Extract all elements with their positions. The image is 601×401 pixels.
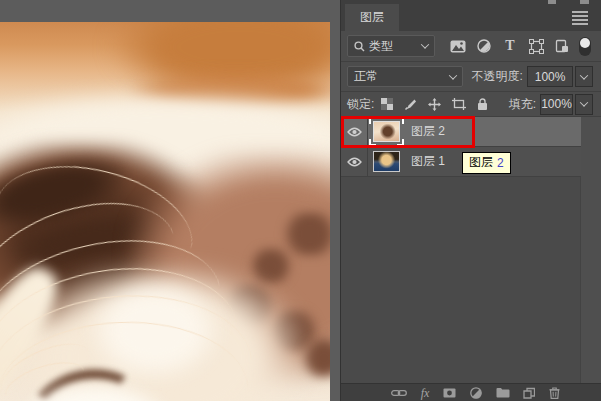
photo-shape [130, 74, 330, 108]
photo-fur-spot [248, 248, 294, 284]
lock-transparent-pixels-icon[interactable] [381, 98, 393, 110]
lock-position-move-icon[interactable] [428, 98, 441, 111]
lock-image-pixels-brush-icon[interactable] [404, 98, 417, 111]
panel-tab-bar: 图层 [341, 0, 601, 31]
layers-list: 图层 2 图层 1 图层 2 [341, 117, 601, 383]
fill-label: 填充: [509, 96, 536, 113]
type-layer-filter-icon[interactable]: T [501, 37, 519, 55]
photo-fur-spot [268, 310, 320, 352]
cropped-icon-fragment [580, 0, 589, 4]
layer-1-visibility-toggle[interactable] [341, 147, 368, 176]
blend-mode-row: 正常 不透明度: 100% [341, 62, 601, 92]
selection-corner [369, 117, 376, 124]
layer-row-1[interactable]: 图层 1 [341, 147, 581, 177]
lock-icon-group [381, 98, 488, 111]
layer-1-thumbnail[interactable] [373, 151, 400, 172]
delete-layer-trash-icon[interactable] [549, 387, 560, 399]
lock-label: 锁定: [347, 96, 374, 113]
smart-object-filter-icon[interactable] [553, 37, 571, 55]
eye-icon [347, 157, 362, 167]
tab-layers-label: 图层 [360, 9, 384, 26]
lock-all-padlock-icon[interactable] [477, 98, 488, 110]
document-canvas-cat-photo[interactable] [0, 22, 330, 401]
adjustment-layer-filter-icon[interactable] [475, 37, 493, 55]
adjustment-layer-icon[interactable] [470, 387, 482, 399]
layer-filter-row: 类型 T [341, 31, 601, 62]
opacity-value: 100% [535, 70, 566, 84]
tab-layers[interactable]: 图层 [345, 4, 399, 31]
pixel-layer-filter-icon[interactable] [449, 37, 467, 55]
shape-layer-filter-icon[interactable] [527, 37, 545, 55]
filter-toggle-switch[interactable] [579, 37, 591, 56]
layer-2-thumbnail[interactable] [373, 121, 400, 142]
lock-row: 锁定: [341, 92, 601, 117]
scrollbar-track[interactable] [580, 117, 601, 383]
layer-2-visibility-toggle[interactable] [341, 117, 368, 146]
fill-value: 100% [541, 97, 572, 111]
layer-style-fx-icon[interactable]: fx [421, 387, 430, 399]
filter-type-dropdown[interactable]: 类型 [347, 35, 435, 57]
workspace-background [0, 0, 340, 401]
chevron-down-icon [580, 71, 588, 79]
selection-corner [397, 117, 404, 124]
cropped-icon-fragment [548, 0, 556, 4]
filter-icon-group: T [449, 37, 593, 56]
chevron-down-icon [421, 40, 429, 48]
layer-name-tooltip: 图层 2 [462, 152, 511, 174]
blend-mode-value: 正常 [354, 68, 378, 85]
lock-artboard-icon[interactable] [452, 98, 466, 110]
filter-type-label: 类型 [369, 38, 393, 55]
blend-mode-dropdown[interactable]: 正常 [347, 66, 463, 87]
add-layer-mask-icon[interactable] [443, 388, 456, 398]
layer-row-2[interactable]: 图层 2 [341, 117, 581, 147]
opacity-dropdown-button[interactable] [575, 66, 593, 87]
photo-fur-spot [280, 212, 330, 256]
layers-bottom-toolbar: fx [341, 383, 601, 401]
link-layers-icon[interactable] [391, 389, 407, 397]
selection-corner [369, 139, 376, 146]
search-icon [354, 41, 365, 52]
chevron-down-icon [580, 98, 588, 106]
opacity-label: 不透明度: [472, 68, 523, 85]
fill-value-field[interactable]: 100% [540, 94, 573, 115]
photo-fur-spot [300, 338, 330, 378]
layers-panel: 图层 类型 [340, 0, 601, 401]
new-layer-icon[interactable] [523, 387, 535, 399]
eye-icon [347, 127, 362, 137]
new-group-folder-icon[interactable] [496, 387, 510, 398]
photo-shape [110, 22, 330, 102]
selection-corner [397, 139, 404, 146]
tooltip-label: 图层 [469, 154, 493, 171]
opacity-value-field[interactable]: 100% [527, 66, 573, 87]
layer-1-name[interactable]: 图层 1 [411, 153, 445, 170]
photoshop-window: 图层 类型 [0, 0, 601, 401]
layer-2-name[interactable]: 图层 2 [411, 123, 445, 140]
tooltip-number: 2 [497, 156, 504, 170]
panel-menu-icon[interactable] [572, 11, 588, 27]
chevron-down-icon [448, 71, 456, 79]
fill-dropdown-button[interactable] [575, 94, 593, 115]
